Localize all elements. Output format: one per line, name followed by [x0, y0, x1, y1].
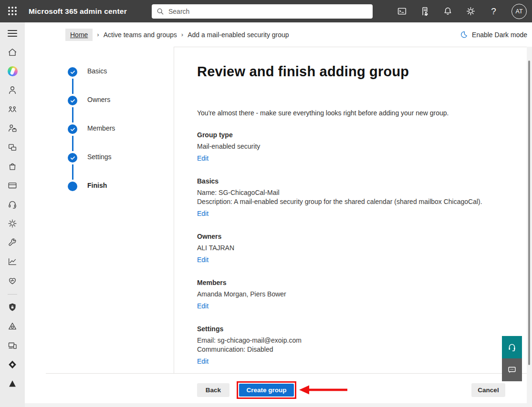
section-value: Mail-enabled security [197, 142, 518, 151]
section-value: Communication: Disabled [197, 345, 518, 354]
edit-members-link[interactable]: Edit [197, 302, 209, 311]
avatar-initials: AT [515, 8, 522, 15]
breadcrumb-current-page: Add a mail-enabled security group [188, 31, 289, 39]
edit-group-type-link[interactable]: Edit [197, 154, 209, 163]
topbar-actions: ? AT [397, 0, 527, 22]
create-group-button[interactable]: Create group [239, 384, 294, 397]
section-value: Amanda Morgan, Piers Bower [197, 290, 518, 299]
nav-health-icon[interactable] [7, 275, 18, 286]
section-value: Description: A mail-enabled security gro… [197, 197, 518, 206]
touch-document-icon[interactable] [420, 6, 430, 16]
section-group-type: Group type Mail-enabled security Edit [197, 131, 518, 163]
step-connector [72, 79, 73, 94]
app-title[interactable]: Microsoft 365 admin center [29, 0, 127, 22]
help-question-glyph: ? [491, 6, 496, 17]
waffle-grid-icon [7, 6, 18, 16]
intro-text: You're almost there - make sure everythi… [197, 108, 518, 118]
wizard-content-divider [174, 47, 174, 373]
step-finish-label: Finish [87, 181, 107, 190]
hamburger-bars [8, 30, 17, 37]
review-panel: Review and finish adding group You're al… [197, 47, 518, 380]
red-arrow-annotation [299, 384, 348, 396]
step-finish-dot [68, 182, 77, 191]
edit-owners-link[interactable]: Edit [197, 255, 209, 265]
back-button[interactable]: Back [197, 383, 229, 397]
step-connector [72, 136, 73, 151]
feedback-button[interactable] [502, 358, 522, 381]
edit-basics-link[interactable]: Edit [197, 209, 209, 218]
cancel-button[interactable]: Cancel [471, 383, 505, 397]
nav-setup-icon[interactable] [7, 237, 18, 248]
step-owners-label[interactable]: Owners [87, 95, 110, 104]
section-members: Members Amanda Morgan, Piers Bower Edit [197, 278, 518, 311]
breadcrumb-bar: Home › Active teams and groups › Add a m… [25, 22, 532, 47]
hamburger-menu-icon[interactable] [7, 28, 18, 39]
step-connector [72, 107, 73, 122]
step-members-label[interactable]: Members [87, 123, 115, 133]
account-avatar[interactable]: AT [511, 4, 527, 19]
crescent-moon-icon [459, 31, 468, 39]
nav-home-icon[interactable] [7, 47, 18, 58]
step-connector [72, 164, 73, 180]
copilot-logo [8, 66, 18, 76]
chevron-right-icon: › [181, 31, 183, 38]
breadcrumb-home-link[interactable]: Home [65, 29, 93, 41]
notifications-bell-icon[interactable] [443, 6, 453, 16]
dark-mode-label: Enable Dark mode [472, 31, 527, 39]
nav-copilot-icon[interactable] [7, 65, 18, 77]
step-members-check-icon [68, 124, 77, 134]
nav-roles-icon[interactable] [7, 122, 18, 134]
section-value: ALI TAJRAN [197, 244, 518, 253]
nav-support-icon[interactable] [7, 199, 18, 210]
nav-defender-icon[interactable] [7, 359, 18, 370]
edit-settings-link[interactable]: Edit [197, 357, 209, 366]
nav-settings-icon[interactable] [7, 218, 18, 229]
nav-security-icon[interactable] [7, 302, 18, 313]
nav-compliance-icon[interactable] [7, 321, 18, 332]
terminal-icon[interactable] [397, 6, 407, 16]
footer-action-bar: Back Create group Cancel [46, 374, 532, 403]
help-icon[interactable]: ? [489, 6, 499, 16]
section-heading: Basics [197, 177, 518, 186]
nav-teams-groups-icon[interactable] [7, 103, 18, 115]
settings-gear-icon[interactable] [466, 6, 476, 16]
section-value: Name: SG-ChicagoCal-Mail [197, 188, 518, 197]
nav-reports-icon[interactable] [7, 256, 18, 267]
step-owners-check-icon [68, 96, 77, 105]
nav-divider [8, 294, 17, 295]
red-highlight-box: Create group [237, 381, 296, 399]
nav-billing-icon[interactable] [7, 180, 18, 191]
waffle-menu-icon[interactable] [6, 5, 19, 17]
section-settings: Settings Email: sg-chicago-mail@exoip.co… [197, 325, 518, 366]
feedback-comment-icon [507, 365, 517, 375]
nav-marketplace-icon[interactable] [7, 161, 18, 172]
section-heading: Members [197, 278, 518, 287]
section-owners: Owners ALI TAJRAN Edit [197, 232, 518, 265]
horizontal-scrollbar-track [25, 403, 527, 407]
search-icon [156, 8, 164, 15]
nav-devices-icon[interactable] [7, 142, 18, 153]
breadcrumb-active-teams-link[interactable]: Active teams and groups [104, 31, 177, 39]
global-search[interactable] [152, 4, 373, 19]
section-heading: Owners [197, 232, 518, 241]
nav-endpoint-icon[interactable] [7, 340, 18, 351]
step-settings-label[interactable]: Settings [87, 152, 112, 162]
step-basics-label[interactable]: Basics [87, 66, 107, 76]
wizard-steps-panel: Basics Owners Members Settings Finish [46, 47, 174, 373]
section-heading: Group type [197, 131, 518, 140]
section-heading: Settings [197, 325, 518, 334]
nav-users-icon[interactable] [7, 84, 18, 96]
vertical-scrollbar-thumb[interactable] [528, 61, 530, 365]
top-app-bar: Microsoft 365 admin center [0, 0, 532, 22]
left-nav-rail [0, 22, 25, 407]
nav-azure-icon[interactable] [7, 378, 18, 389]
step-basics-check-icon [68, 67, 77, 77]
section-value: Email: sg-chicago-mail@exoip.com [197, 336, 518, 345]
page-title: Review and finish adding group [197, 62, 518, 81]
section-basics: Basics Name: SG-ChicagoCal-Mail Descript… [197, 177, 518, 218]
step-settings-check-icon [68, 153, 77, 163]
enable-dark-mode-toggle[interactable]: Enable Dark mode [459, 22, 527, 47]
support-button[interactable] [502, 336, 522, 358]
review-sections: Group type Mail-enabled security Edit Ba… [197, 131, 518, 366]
search-input[interactable] [168, 8, 368, 15]
